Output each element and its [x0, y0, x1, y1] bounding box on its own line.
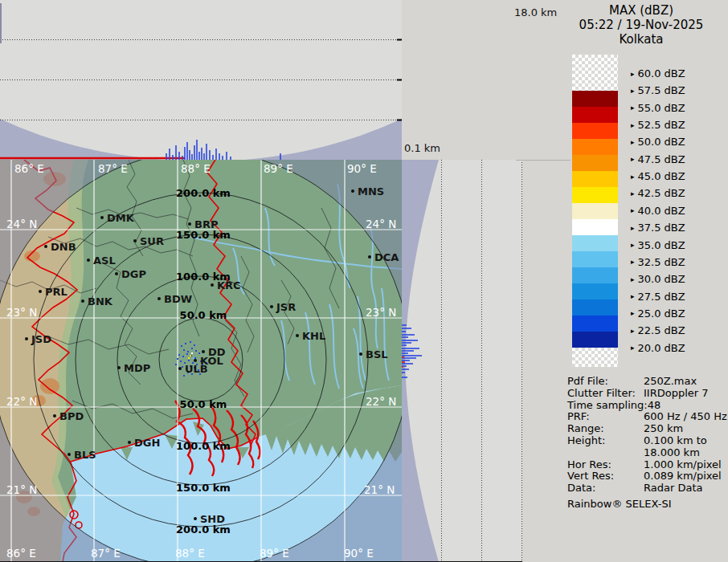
- dbz-scale-label: ▸60.0 dBZ: [631, 67, 685, 79]
- station-dot: [25, 337, 28, 340]
- longitude-label: 86° E: [6, 547, 36, 560]
- station-code-label: DGH: [134, 437, 160, 449]
- station-code-label: ULB: [185, 363, 208, 375]
- station-code-label: ASL: [93, 255, 116, 267]
- metadata-key: Height:: [567, 435, 644, 447]
- station-code-label: DMK: [107, 212, 135, 224]
- station-dot: [115, 272, 118, 275]
- scale-label-text: 30.0 dBZ: [638, 273, 685, 285]
- echo-dot: [175, 364, 177, 365]
- scale-label-text: 42.5 dBZ: [638, 187, 685, 199]
- dbz-colorbar: [572, 55, 618, 367]
- station-dot: [157, 297, 161, 300]
- colorbar-checker-block: [572, 55, 618, 91]
- latitude-label: 22° N: [6, 395, 37, 408]
- station-code-label: SUR: [140, 235, 164, 247]
- station-dot: [202, 350, 205, 353]
- product-metadata: Pdf File:250Z.maxClutter Filter:IIRDoppl…: [567, 376, 726, 510]
- metadata-value: 1.000 km/pixel: [644, 459, 726, 471]
- scale-label-text: 52.5 dBZ: [638, 119, 685, 131]
- longitude-label: 89° E: [264, 162, 293, 175]
- station-code-label: SHD: [200, 513, 225, 525]
- echo-dot: [194, 357, 196, 359]
- radar-map: 200.0 km150.0 km100.0 km50.0 km50.0 km10…: [0, 160, 402, 562]
- station-dot: [39, 290, 42, 293]
- colorbar-color-block: [572, 107, 618, 123]
- range-ring-label: 100.0 km: [176, 440, 231, 452]
- scale-label-text: 35.0 dBZ: [638, 239, 685, 251]
- map-edge-artifact: [0, 3, 2, 43]
- scale-label-text: 22.5 dBZ: [638, 324, 685, 336]
- scale-label-text: 50.0 dBZ: [638, 136, 685, 148]
- echo-dot: [188, 357, 190, 359]
- top-height-profile-panel: [0, 0, 402, 160]
- metadata-value: 0.089 km/pixel: [644, 470, 726, 483]
- metadata-value: Radar Data: [644, 483, 726, 495]
- scale-label-text: 45.0 dBZ: [638, 170, 685, 182]
- scale-tick-arrow-icon: ▸: [631, 275, 635, 283]
- dbz-scale-label: ▸52.5 dBZ: [631, 119, 685, 131]
- scale-label-text: 20.0 dBZ: [638, 342, 685, 354]
- scale-label-text: 40.0 dBZ: [638, 205, 685, 217]
- station-dot: [87, 259, 90, 262]
- station-dot: [211, 283, 214, 287]
- station-code-label: BDW: [164, 293, 192, 305]
- colorbar-color-block: [572, 91, 618, 107]
- dbz-scale-label: ▸50.0 dBZ: [631, 136, 685, 148]
- metadata-row: PRF:600 Hz / 450 Hz: [567, 411, 726, 423]
- colorbar-color-block: [572, 283, 618, 299]
- metadata-row: Vert Res:0.089 km/pixel: [567, 470, 726, 483]
- station-dot: [194, 359, 197, 362]
- station-code-label: BPD: [59, 410, 84, 422]
- station-code-label: BLS: [74, 449, 96, 461]
- echo-dot: [195, 350, 197, 352]
- scale-tick-arrow-icon: ▸: [631, 309, 635, 317]
- scale-tick-arrow-icon: ▸: [631, 104, 635, 112]
- metadata-value: 0.100 km to: [644, 435, 726, 447]
- dbz-scale-label: ▸40.0 dBZ: [631, 205, 685, 217]
- station-dot: [100, 216, 104, 219]
- echo-dot: [188, 360, 190, 361]
- echo-dot: [187, 351, 189, 352]
- station-dot: [117, 366, 121, 369]
- dbz-scale-label: ▸37.5 dBZ: [631, 222, 685, 234]
- scale-label-text: 47.5 dBZ: [638, 153, 685, 165]
- scale-tick-arrow-icon: ▸: [631, 87, 635, 95]
- colorbar-color-block: [572, 139, 618, 155]
- station-code-label: JSD: [31, 333, 51, 345]
- echo-dot: [181, 345, 182, 347]
- longitude-label: 87° E: [98, 162, 128, 175]
- station-dot: [178, 367, 182, 370]
- side-height-profile-panel: [402, 160, 522, 562]
- station-code-label: MNS: [358, 185, 384, 198]
- scale-tick-arrow-icon: ▸: [631, 70, 635, 78]
- dbz-scale-label: ▸42.5 dBZ: [631, 187, 685, 199]
- station-dot: [128, 441, 131, 444]
- metadata-value: 48: [648, 400, 726, 412]
- echo-dot: [183, 375, 185, 377]
- station-dot: [81, 299, 84, 303]
- station-dot: [194, 517, 197, 520]
- station-code-label: DNB: [51, 241, 76, 253]
- station-dot: [133, 239, 137, 242]
- station-dot: [351, 189, 354, 193]
- metadata-key: PRF:: [567, 411, 644, 423]
- dbz-scale-label: ▸25.0 dBZ: [631, 307, 685, 320]
- dbz-scale-label: ▸35.0 dBZ: [631, 239, 685, 251]
- side-profile-svg: [402, 160, 522, 562]
- metadata-key: Time sampling:: [567, 400, 648, 412]
- scale-label-text: 37.5 dBZ: [638, 222, 685, 234]
- colorbar-color-block: [572, 187, 618, 203]
- range-ring-label: 200.0 km: [176, 187, 231, 199]
- colorbar-color-block: [572, 316, 618, 332]
- station-dot: [296, 334, 299, 337]
- colorbar-color-block: [572, 299, 618, 316]
- scale-tick-arrow-icon: ▸: [631, 173, 635, 181]
- dbz-scale-label: ▸27.5 dBZ: [631, 291, 685, 303]
- echo-dot: [185, 343, 186, 344]
- echo-dot: [194, 344, 195, 346]
- station-code-label: DCA: [374, 251, 399, 263]
- station-dot: [359, 352, 362, 356]
- dbz-scale-label: ▸30.0 dBZ: [631, 273, 685, 285]
- longitude-label: 86° E: [14, 162, 44, 175]
